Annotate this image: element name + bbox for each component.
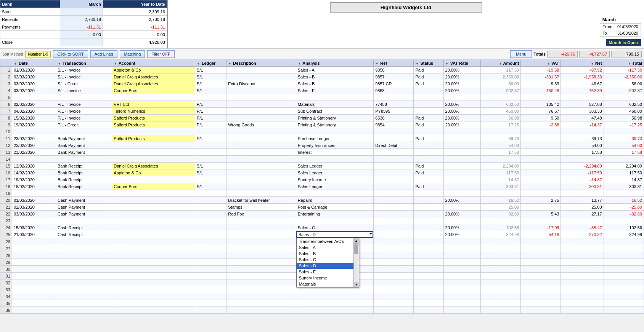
cell-ref[interactable] [374, 128, 414, 135]
cell-vat[interactable] [521, 279, 561, 286]
col-header-account[interactable]: ▼ Account [112, 60, 195, 67]
cell-ref[interactable]: PY8595 [374, 108, 414, 115]
cell-total[interactable] [604, 94, 644, 101]
cell-account[interactable]: Daniel Craig Associates [112, 73, 195, 80]
cell-description[interactable] [226, 293, 296, 300]
col-header-vatrate[interactable]: ▼ VAT Rate [443, 60, 480, 67]
cell-date[interactable]: 03/03/2020 [12, 211, 56, 217]
cell-transaction[interactable] [56, 259, 112, 266]
cell-analysis[interactable] [296, 190, 374, 197]
cell-total[interactable] [604, 307, 644, 314]
cell-ledger[interactable] [195, 211, 226, 217]
col-header-amount[interactable]: ▼ Amount [480, 60, 520, 67]
cell-transaction[interactable] [56, 286, 112, 293]
cell-transaction[interactable]: S/L - Credit [56, 80, 112, 87]
cell-vat[interactable] [521, 183, 561, 190]
cell-total[interactable]: -25.00 [604, 204, 644, 211]
cell-account[interactable] [112, 300, 195, 307]
cell-status[interactable] [414, 224, 443, 231]
cell-ref[interactable]: 9857 [374, 73, 414, 80]
cell-date[interactable]: 23/02/2020 [12, 135, 56, 142]
cell-transaction[interactable] [56, 273, 112, 279]
cell-ledger[interactable] [195, 217, 226, 224]
cell-analysis[interactable]: Entertaining [296, 211, 374, 217]
cell-net[interactable]: 13.77 [561, 197, 604, 204]
cell-ref[interactable]: 9856 [374, 67, 414, 73]
cell-ledger[interactable] [195, 156, 226, 163]
cell-net[interactable] [561, 94, 604, 101]
cell-status[interactable] [414, 293, 443, 300]
cell-description[interactable] [226, 286, 296, 293]
col-header-ledger[interactable]: ▼ Ledger [195, 60, 226, 67]
cell-date[interactable]: 02/03/2020 [12, 73, 56, 80]
cell-vat[interactable]: -391.67 [521, 73, 561, 80]
cell-description[interactable] [226, 217, 296, 224]
cell-transaction[interactable]: S/L - Invoice [56, 87, 112, 94]
cell-vat[interactable] [521, 190, 561, 197]
cell-account[interactable] [112, 252, 195, 259]
cell-date[interactable]: 15/03/2020 [12, 224, 56, 231]
cell-vatrate[interactable] [443, 245, 480, 252]
cell-description[interactable] [226, 307, 296, 314]
cell-total[interactable] [604, 156, 644, 163]
cell-transaction[interactable]: Bank Receipt [56, 169, 112, 176]
cell-transaction[interactable]: Bank Payment [56, 142, 112, 149]
cell-status[interactable] [414, 259, 443, 266]
cell-date[interactable] [12, 156, 56, 163]
cell-account[interactable] [112, 266, 195, 273]
dropdown-option[interactable]: Materials [297, 281, 353, 287]
cell-date[interactable]: 04/02/2020 [12, 108, 56, 115]
cell-description[interactable] [226, 101, 296, 108]
cell-date[interactable] [12, 238, 56, 245]
cell-transaction[interactable] [56, 190, 112, 197]
cell-analysis[interactable]: Printing & Stationery [296, 121, 374, 128]
cell-ref[interactable] [374, 204, 414, 211]
cell-vat[interactable]: -54.16 [521, 231, 561, 238]
cell-description[interactable]: Wrong Goods [226, 121, 296, 128]
cell-total[interactable]: 102.56 [604, 224, 644, 231]
cell-transaction[interactable]: P/L - Credit [56, 121, 112, 128]
cell-ledger[interactable] [195, 204, 226, 211]
cell-account[interactable] [112, 231, 195, 238]
cell-net[interactable]: 27.17 [561, 211, 604, 217]
cell-account[interactable]: Cooper Bros [112, 183, 195, 190]
cell-transaction[interactable] [56, 217, 112, 224]
cell-account[interactable] [112, 128, 195, 135]
cell-account[interactable]: Salford Products [112, 115, 195, 121]
cell-total[interactable]: -2,350.00 [604, 73, 644, 80]
dropdown-option[interactable]: Sales - E [297, 269, 353, 275]
cell-account[interactable] [112, 156, 195, 163]
cell-description[interactable] [226, 245, 296, 252]
cell-total[interactable] [604, 300, 644, 307]
cell-analysis[interactable] [296, 293, 374, 300]
cell-description[interactable] [226, 73, 296, 80]
cell-account[interactable]: VRT Ltd [112, 101, 195, 108]
cell-amount[interactable] [480, 266, 520, 273]
cell-vatrate[interactable] [443, 183, 480, 190]
cell-status[interactable] [414, 307, 443, 314]
cell-amount[interactable]: 56.00 [480, 80, 520, 87]
cell-amount[interactable] [480, 238, 520, 245]
cell-date[interactable] [12, 128, 56, 135]
cell-description[interactable]: Extra Discount [226, 80, 296, 87]
cell-date[interactable] [12, 217, 56, 224]
cell-ledger[interactable] [195, 293, 226, 300]
filter-off-button[interactable]: Filter OFF [147, 50, 175, 58]
cell-status[interactable]: Paid [414, 115, 443, 121]
cell-description[interactable] [226, 135, 296, 142]
cell-total[interactable]: 632.50 [604, 101, 644, 108]
cell-ledger[interactable] [195, 142, 226, 149]
cell-date[interactable] [12, 307, 56, 314]
cell-ledger[interactable]: S/L [195, 73, 226, 80]
cell-ledger[interactable]: P/L [195, 135, 226, 142]
cell-account[interactable] [112, 286, 195, 293]
cell-vatrate[interactable]: 20.00% [443, 80, 480, 87]
cell-vatrate[interactable] [443, 156, 480, 163]
cell-vatrate[interactable] [443, 94, 480, 101]
cell-total[interactable]: 303.81 [604, 183, 644, 190]
cell-vatrate[interactable]: 20.00% [443, 224, 480, 231]
cell-net[interactable]: -303.81 [561, 183, 604, 190]
cell-total[interactable]: -17.25 [604, 121, 644, 128]
cell-description[interactable]: Red Fox [226, 211, 296, 217]
cell-net[interactable] [561, 156, 604, 163]
